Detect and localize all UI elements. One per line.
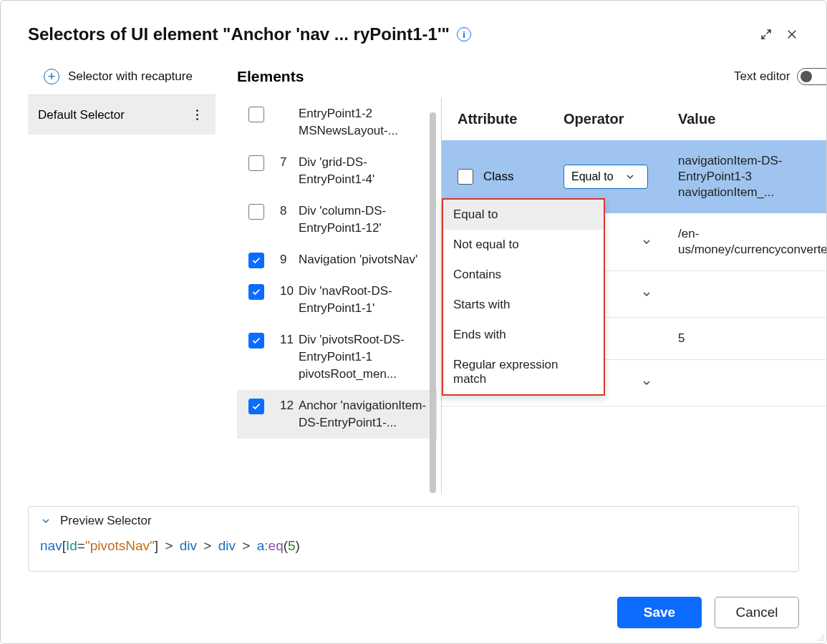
element-checkbox[interactable] (248, 253, 264, 268)
preview-heading: Preview Selector (60, 514, 152, 528)
selectors-panel: + Selector with recapture Default Select… (28, 58, 216, 493)
save-button[interactable]: Save (617, 597, 702, 628)
element-row[interactable]: 11Div 'pivotsRoot-DS-EntryPoint1-1 pivot… (237, 324, 437, 390)
element-label: Div 'navRoot-DS-EntryPoint1-1' (299, 283, 432, 317)
text-editor-label: Text editor (734, 69, 790, 84)
selector-item-label: Default Selector (38, 108, 125, 122)
element-number: 12 (280, 397, 299, 414)
dialog-window: Selectors of UI element "Anchor 'nav ...… (0, 0, 827, 644)
dialog-title: Selectors of UI element "Anchor 'nav ...… (28, 24, 450, 44)
scrollbar-thumb[interactable] (430, 112, 436, 493)
operator-option[interactable]: Contains (443, 260, 604, 290)
plus-icon: + (44, 69, 59, 84)
operator-option[interactable]: Starts with (443, 290, 604, 320)
resize-grip-icon[interactable] (813, 630, 825, 642)
col-value: Value (678, 111, 827, 127)
element-row[interactable]: 8Div 'column-DS-EntryPoint1-12' (237, 195, 437, 244)
text-editor-toggle[interactable] (797, 68, 827, 85)
element-checkbox[interactable] (248, 399, 264, 414)
expand-icon[interactable] (753, 21, 779, 47)
element-number: 11 (280, 331, 299, 348)
preview-selector-panel: Preview Selector nav[Id="pivotsNav"] > d… (28, 506, 799, 572)
chevron-down-icon (620, 167, 640, 187)
element-checkbox[interactable] (248, 155, 264, 171)
chevron-down-icon[interactable] (637, 232, 657, 252)
col-attribute: Attribute (458, 111, 564, 127)
dialog-footer: Save Cancel (1, 582, 826, 643)
elements-list: EntryPoint1-2 MSNewsLayout-...7Div 'grid… (237, 98, 437, 493)
element-checkbox[interactable] (248, 333, 264, 348)
operator-dropdown: Equal toNot equal toContainsStarts withE… (442, 198, 605, 396)
info-icon[interactable]: i (457, 27, 471, 42)
attr-value: navigationItem-DS-EntryPoint1-3 navigati… (678, 153, 827, 200)
more-icon[interactable] (188, 109, 205, 120)
close-icon[interactable] (779, 21, 805, 47)
selector-preview-text: nav[Id="pivotsNav"] > div > div > a:eq(5… (40, 538, 787, 554)
element-label: Navigation 'pivotsNav' (299, 251, 432, 268)
chevron-down-icon[interactable] (637, 373, 657, 393)
toggle-knob (801, 71, 812, 82)
chevron-down-icon[interactable] (637, 284, 657, 304)
attributes-panel: Text editor Attribute Operator Value Cla… (441, 58, 827, 493)
element-row[interactable]: 10Div 'navRoot-DS-EntryPoint1-1' (237, 275, 437, 324)
operator-option[interactable]: Equal to (443, 200, 604, 230)
element-label: Div 'column-DS-EntryPoint1-12' (299, 203, 432, 237)
elements-heading: Elements (237, 58, 437, 95)
element-row[interactable]: EntryPoint1-2 MSNewsLayout-... (237, 98, 437, 147)
attr-name: Class (483, 170, 514, 184)
recapture-label: Selector with recapture (68, 69, 193, 84)
operator-select[interactable]: Equal to (564, 165, 648, 189)
dialog-header: Selectors of UI element "Anchor 'nav ...… (1, 1, 826, 52)
element-checkbox[interactable] (248, 284, 264, 300)
element-checkbox[interactable] (248, 204, 264, 220)
element-row[interactable]: 7Div 'grid-DS-EntryPoint1-4' (237, 147, 437, 195)
element-number: 10 (280, 283, 299, 300)
element-label: Anchor 'navigationItem-DS-EntryPoint1-..… (299, 397, 432, 431)
elements-panel: Elements EntryPoint1-2 MSNewsLayout-...7… (237, 58, 437, 493)
attr-value: /en-us/money/currencyconverter (678, 226, 827, 258)
cancel-button[interactable]: Cancel (715, 597, 799, 628)
col-operator: Operator (564, 111, 678, 127)
operator-option[interactable]: Not equal to (443, 230, 604, 260)
selector-item-default[interactable]: Default Selector (28, 95, 216, 135)
element-number: 9 (280, 251, 299, 268)
scrollbar[interactable] (430, 98, 436, 493)
attr-checkbox[interactable] (458, 169, 473, 185)
chevron-down-icon (40, 515, 52, 527)
element-number: 7 (280, 154, 299, 171)
add-selector-with-recapture[interactable]: + Selector with recapture (28, 58, 216, 95)
dialog-body: + Selector with recapture Default Select… (1, 58, 826, 493)
element-checkbox[interactable] (248, 107, 264, 122)
element-label: Div 'pivotsRoot-DS-EntryPoint1-1 pivotsR… (299, 331, 432, 383)
operator-option[interactable]: Regular expression match (443, 350, 604, 394)
element-number: 8 (280, 203, 299, 220)
operator-option[interactable]: Ends with (443, 320, 604, 350)
attributes-header-row: Attribute Operator Value (442, 98, 827, 140)
element-row[interactable]: 12Anchor 'navigationItem-DS-EntryPoint1-… (237, 390, 437, 439)
element-label: EntryPoint1-2 MSNewsLayout-... (299, 105, 432, 140)
element-label: Div 'grid-DS-EntryPoint1-4' (299, 154, 432, 188)
operator-value: Equal to (571, 170, 614, 183)
attributes-table: Attribute Operator Value Class Equal to (441, 98, 827, 493)
element-row[interactable]: 9Navigation 'pivotsNav' (237, 244, 437, 275)
preview-toggle[interactable]: Preview Selector (40, 514, 787, 528)
attr-value: 5 (678, 331, 827, 346)
